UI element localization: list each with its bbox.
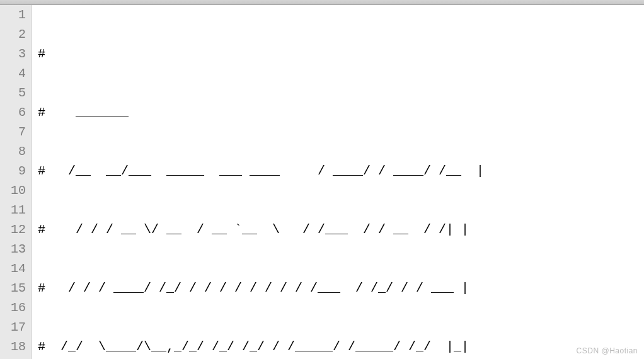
line-number: 4 [0,64,26,83]
line-number: 15 [0,278,26,298]
line-number: 12 [0,220,26,239]
code-line[interactable]: # / / / __ \/ __ / __ `__ \ / /___ / / _… [38,220,644,239]
line-number: 17 [0,317,26,337]
code-line[interactable]: # / / / ____/ /_/ / / / / / / / / /___ /… [38,278,644,298]
code-line[interactable]: # /__ __/___ _____ ___ ____ / ____/ / __… [38,161,644,181]
line-number: 6 [0,103,26,122]
watermark: CSDN @Haotian [577,346,638,355]
line-number: 3 [0,44,26,64]
code-line[interactable]: # /_/ \____/\__,_/_/ /_/ /_/ / /_____/ /… [38,337,644,356]
line-number: 8 [0,142,26,161]
code-line[interactable]: # _______ [38,103,644,122]
top-ruler [0,0,644,5]
line-number: 14 [0,259,26,278]
code-content[interactable]: # # _______ # /__ __/___ _____ ___ ____ … [32,5,644,359]
line-number: 13 [0,239,26,259]
line-number: 18 [0,337,26,356]
line-number: 10 [0,181,26,200]
line-number: 2 [0,25,26,44]
line-number: 11 [0,200,26,220]
line-number: 9 [0,161,26,181]
code-line[interactable]: # [38,44,644,64]
code-editor: 1 2 3 4 5 6 7 8 9 10 11 12 13 14 15 16 1… [0,5,644,359]
line-number: 1 [0,5,26,25]
line-number: 5 [0,83,26,103]
line-number: 16 [0,298,26,317]
line-number-gutter: 1 2 3 4 5 6 7 8 9 10 11 12 13 14 15 16 1… [0,5,32,359]
line-number: 7 [0,122,26,142]
